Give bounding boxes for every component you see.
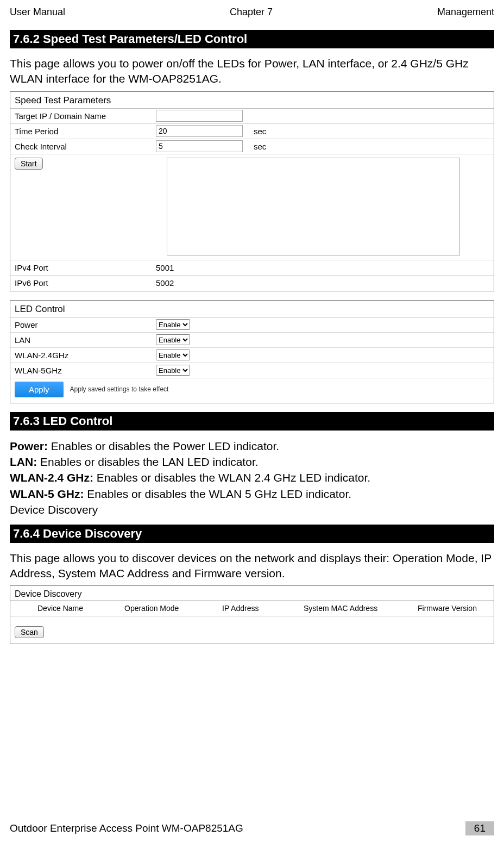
led-wlan5-label: WLAN-5GHz xyxy=(15,366,156,375)
desc-power-key: Power: xyxy=(10,440,48,452)
desc-wlan5-val: Enables or disables the WLAN 5 GHz LED i… xyxy=(84,488,351,500)
ipv6-value: 5002 xyxy=(156,278,248,288)
target-label: Target IP / Domain Name xyxy=(15,111,156,121)
col-operation-mode: Operation Mode xyxy=(124,604,222,613)
led-wlan24-select[interactable]: Enable xyxy=(156,350,190,360)
target-input[interactable] xyxy=(156,110,243,122)
target-row: Target IP / Domain Name xyxy=(10,109,494,124)
header-center: Chapter 7 xyxy=(230,7,273,18)
desc-wlan24-key: WLAN-2.4 GHz: xyxy=(10,471,93,484)
page-header: User Manual Chapter 7 Management xyxy=(10,7,494,18)
time-input[interactable] xyxy=(156,125,243,137)
speed-test-title: Speed Test Parameters xyxy=(10,92,494,109)
check-label: Check Interval xyxy=(15,142,156,151)
desc-wlan24-val: Enables or disables the WLAN 2.4 GHz LED… xyxy=(93,471,370,484)
start-button[interactable]: Start xyxy=(15,158,43,170)
desc-lan-val: Enables or disables the LAN LED indicato… xyxy=(37,456,258,468)
device-discovery-title: Device Discovery xyxy=(10,586,494,600)
time-label: Time Period xyxy=(15,127,156,136)
device-discovery-panel: Device Discovery Device Name Operation M… xyxy=(10,585,494,644)
ipv6-row: IPv6 Port 5002 xyxy=(10,276,494,291)
led-description: Power: Enables or disables the Power LED… xyxy=(10,438,494,518)
desc-lan-key: LAN: xyxy=(10,456,37,468)
section-heading-763: 7.6.3 LED Control xyxy=(10,412,494,431)
led-lan-label: LAN xyxy=(15,335,156,345)
led-wlan5-row: WLAN-5GHz Enable xyxy=(10,363,494,378)
header-left: User Manual xyxy=(10,7,65,18)
led-wlan5-select[interactable]: Enable xyxy=(156,365,190,376)
check-unit: sec xyxy=(248,142,266,151)
speed-test-panel: Speed Test Parameters Target IP / Domain… xyxy=(10,91,494,291)
ipv4-value: 5001 xyxy=(156,263,248,272)
check-input[interactable] xyxy=(156,140,243,152)
col-device-name: Device Name xyxy=(10,604,124,613)
ipv6-label: IPv6 Port xyxy=(15,278,156,288)
led-wlan24-label: WLAN-2.4GHz xyxy=(15,351,156,360)
ipv4-label: IPv4 Port xyxy=(15,263,156,272)
led-lan-select[interactable]: Enable xyxy=(156,334,190,345)
apply-button[interactable]: Apply xyxy=(15,382,64,397)
header-right: Management xyxy=(437,7,494,18)
section-intro-764: This page allows you to discover devices… xyxy=(10,551,494,582)
section-intro-762: This page allows you to power on/off the… xyxy=(10,56,494,87)
ipv4-row: IPv4 Port 5001 xyxy=(10,260,494,276)
page-footer: Outdoor Enterprise Access Point WM-OAP82… xyxy=(10,821,494,835)
device-discovery-header: Device Name Operation Mode IP Address Sy… xyxy=(10,600,494,616)
col-firmware-version: Firmware Version xyxy=(418,604,494,613)
led-power-label: Power xyxy=(15,320,156,329)
apply-note: Apply saved settings to take effect xyxy=(70,385,169,393)
result-textarea[interactable] xyxy=(167,158,460,255)
led-wlan24-row: WLAN-2.4GHz Enable xyxy=(10,348,494,363)
time-unit: sec xyxy=(248,127,266,136)
desc-power-val: Enables or disables the Power LED indica… xyxy=(48,440,279,452)
led-power-row: Power Enable xyxy=(10,317,494,333)
start-row: Start xyxy=(10,154,494,260)
page-number: 61 xyxy=(465,821,494,835)
footer-left: Outdoor Enterprise Access Point WM-OAP82… xyxy=(10,822,243,834)
section-heading-762: 7.6.2 Speed Test Parameters/LED Control xyxy=(10,30,494,48)
check-row: Check Interval sec xyxy=(10,139,494,154)
desc-device-discovery-line: Device Discovery xyxy=(10,502,494,517)
scan-button[interactable]: Scan xyxy=(15,626,44,638)
led-control-title: LED Control xyxy=(10,301,494,317)
led-power-select[interactable]: Enable xyxy=(156,319,190,330)
led-control-panel: LED Control Power Enable LAN Enable WLAN… xyxy=(10,300,494,403)
led-lan-row: LAN Enable xyxy=(10,333,494,348)
col-ip-address: IP Address xyxy=(222,604,304,613)
time-row: Time Period sec xyxy=(10,124,494,139)
apply-row: Apply Apply saved settings to take effec… xyxy=(10,378,494,403)
col-mac-address: System MAC Address xyxy=(304,604,418,613)
section-heading-764: 7.6.4 Device Discovery xyxy=(10,525,494,543)
desc-wlan5-key: WLAN-5 GHz: xyxy=(10,488,84,500)
